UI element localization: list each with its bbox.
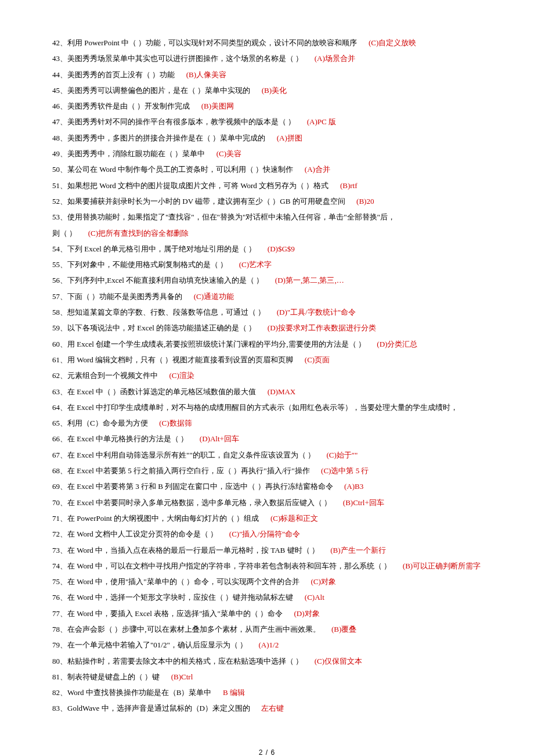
answer-text: (C)页面 [305,355,330,364]
question-line: 57、下面（ ）功能不是美图秀秀具备的 (C)通道功能 [52,289,482,304]
question-text: 70、在 Excel 中若要同时录入多单元格数据，选中多单元格，录入数据后应键入… [52,498,331,507]
answer-text: (C)选中第 5 行 [321,466,369,475]
question-line: 50、某公司在 Word 中制作每个员工的工资条时，可以利用（ ）快速制作 (A… [52,161,482,177]
question-text: 75、在 Word 中，使用"插入"菜单中的（ ）命令，可以实现两个文件的合并 [52,577,300,586]
question-text: 62、元素组合到一个视频文件中 [52,371,158,380]
answer-text: (A)场景合并 [315,54,355,63]
question-line: 56、下列序列中,Excel 不能直接利用自动填充快速输入的是（ ） (D)第一… [52,272,482,288]
answer-text: (C)把所有查找到的容全都删除 [88,229,189,237]
answer-text: (B)人像美容 [186,70,226,79]
answer-text: (C)自定义放映 [369,38,416,47]
question-text: 64、在 Excel 中打印学生成绩单时，对不与格的成绩用醒目的方式表示（如用红… [52,403,458,412]
question-text: 60、用 Excel 创建一个学生成绩表,若要按照班级统计某门课程的平均分,需要… [52,340,366,348]
question-text: 56、下列序列中,Excel 不能直接利用自动填充快速输入的是（ ） [52,276,264,285]
question-line: 47、美图秀秀针对不同的操作平台有很多版本，教学视频中的版本是（ ） (A)PC… [52,114,482,129]
answer-text: (D)第一,第二,第三,… [275,276,344,285]
question-text: 83、GoldWave 中，选择声音是通过鼠标的（D）来定义围的 [52,704,250,712]
answer-text: (B)20 [356,197,374,206]
question-line: 43、美图秀秀场景菜单中其实也可以进行拼图操作，这个场景的名称是（ ） (A)场… [52,51,482,66]
answer-text: (C)数据筛 [159,419,192,427]
question-line: 52、如果要捕获并刻录时长为一小时的 DV 磁带，建议拥有至少（ ）GB 的可用… [52,193,482,209]
answer-text: (C)始于"" [326,451,358,459]
question-line: 48、美图秀秀中，多图片的拼接合并操作是在（ ）菜单中完成的 (A)拼图 [52,130,482,146]
question-line: 61、用 Word 编辑文档时，只有（ ）视图才能直接看到设置的页眉和页脚 (C… [52,352,482,368]
answer-text: (A)B3 [344,482,363,491]
question-line: 则（ ） (C)把所有查找到的容全都删除 [52,225,482,241]
question-line: 79、在一个单元格中若输入了"01/2"，确认后应显示为（ ） (A)1/2 [52,637,482,653]
question-line: 74、在 Word 中，可以在文档中寻找用户指定的字符串，字符串若包含制表符和回… [52,558,482,574]
answer-text: (C)仅保留文本 [315,657,362,665]
answer-text: (D)Alt+回车 [200,434,239,443]
question-line: 82、Word 中查找替换操作功能是在（B）菜单中 B 编辑 [52,685,482,700]
answer-text: (D)$G$9 [268,244,295,253]
answer-text: (B)可以正确判断所需字 [403,561,481,570]
question-text: 78、在会声会影（ ）步骤中,可以在素材上叠加多个素材，从而产生画中画效果。 [52,625,320,633]
answer-text: (C)渲染 [169,371,194,380]
question-text: 67、在 Excel 中利用自动筛选显示所有姓""的职工，自定义条件应该设置为（… [52,451,315,459]
question-text: 79、在一个单元格中若输入了"01/2"，确认后应显示为（ ） [52,640,247,649]
question-line: 73、在 Word 中，当插入点在表格的最后一行最后一单元格时，按 TAB 键时… [52,542,482,558]
answer-text: (D)"工具/字数统计"命令 [277,308,356,316]
question-list: 42、利用 PowerPoint 中（ ）功能，可以实现针对不同类型的观众，设计… [52,35,482,717]
answer-text: (D)分类汇总 [377,340,417,348]
question-text: 46、美图秀秀软件是由（ ）开发制作完成 [52,102,190,110]
question-text: 44、美图秀秀的首页上没有（ ）功能 [52,70,175,79]
question-text: 65、利用（C）命令最为方便 [52,419,148,427]
question-line: 62、元素组合到一个视频文件中 (C)渲染 [52,368,482,383]
question-line: 55、下列对象中，不能使用格式刷复制格式的是（ ） (C)艺术字 [52,257,482,272]
question-line: 44、美图秀秀的首页上没有（ ）功能 (B)人像美容 [52,67,482,82]
question-line: 51、如果想把 Word 文档中的图片提取成图片文件，可将 Word 文档另存为… [52,178,482,193]
answer-text: B 编辑 [223,688,245,697]
question-line: 68、在 Excel 中若要第 5 行之前插入两行空白行，应（ ）再执行"插入/… [52,463,482,478]
page-footer: 2 / 6 [52,746,482,756]
question-text: 49、美图秀秀中，消除红眼功能在（ ）菜单中 [52,149,205,158]
question-text: 47、美图秀秀针对不同的操作平台有很多版本，教学视频中的版本是（ ） [52,117,295,126]
question-line: 54、下列 Excel 的单元格引用中，属于绝对地址引用的是（ ） (D)$G$… [52,241,482,257]
question-line: 64、在 Excel 中打印学生成绩单时，对不与格的成绩用醒目的方式表示（如用红… [52,399,482,415]
question-line: 53、使用替换功能时，如果指定了"查找容"，但在"替换为"对话框中未输入任何容，… [52,209,482,225]
question-text: 68、在 Excel 中若要第 5 行之前插入两行空白行，应（ ）再执行"插入/… [52,466,310,475]
question-text: 则（ ） [52,229,77,237]
question-text: 59、以下各项说法中，对 Excel 的筛选功能描述正确的是（ ） [52,323,256,332]
question-line: 78、在会声会影（ ）步骤中,可以在素材上叠加多个素材，从而产生画中画效果。 (… [52,621,482,637]
answer-text: (C)Alt [305,593,324,602]
question-line: 80、粘贴操作时，若需要去除文本中的相关格式，应在粘贴选项中选择（ ） (C)仅… [52,653,482,669]
question-text: 81、制表符键是键盘上的（ ）键 [52,672,160,681]
answer-text: (C)美容 [217,149,241,158]
answer-text: (A)1/2 [258,640,279,649]
question-line: 42、利用 PowerPoint 中（ ）功能，可以实现针对不同类型的观众，设计… [52,35,482,51]
answer-text: (B)rtf [340,181,358,190]
question-text: 66、在 Excel 中单元格换行的方法是（ ） [52,434,188,443]
question-line: 59、以下各项说法中，对 Excel 的筛选功能描述正确的是（ ） (D)按要求… [52,320,482,336]
question-line: 60、用 Excel 创建一个学生成绩表,若要按照班级统计某门课程的平均分,需要… [52,336,482,352]
question-text: 54、下列 Excel 的单元格引用中，属于绝对地址引用的是（ ） [52,244,256,253]
question-text: 74、在 Word 中，可以在文档中寻找用户指定的字符串，字符串若包含制表符和回… [52,561,391,570]
answer-text: (D)按要求对工作表数据进行分类 [268,323,376,332]
question-line: 77、在 Word 中，要插入 Excel 表格，应选择"插入"菜单中的（ ）命… [52,606,482,621]
question-line: 71、在 PowerPoint 的大纲视图中，大纲由每幻灯片的（ ）组成 (C)… [52,510,482,526]
question-line: 58、想知道某篇文章的字数、行数、段落数等信息，可通过（ ） (D)"工具/字数… [52,304,482,320]
question-line: 67、在 Excel 中利用自动筛选显示所有姓""的职工，自定义条件应该设置为（… [52,447,482,463]
answer-text: 左右键 [261,704,284,712]
answer-text: (B)Ctrl [171,672,193,681]
question-text: 45、美图秀秀可以调整偏色的图片，是在（ ）菜单中实现的 [52,86,250,95]
question-text: 69、在 Excel 中若要将第 3 行和 B 列固定在窗口中，应选中（ ）再执… [52,482,333,491]
question-text: 51、如果想把 Word 文档中的图片提取成图片文件，可将 Word 文档另存为… [52,181,329,190]
answer-text: (C)"插入/分隔符"命令 [229,530,301,538]
answer-text: (C)标题和正文 [270,514,318,523]
question-line: 76、在 Word 中，选择一个矩形文字块时，应按住（ ）键并拖动鼠标左键 (C… [52,589,482,605]
answer-text: (D)MAX [268,387,295,396]
question-line: 49、美图秀秀中，消除红眼功能在（ ）菜单中 (C)美容 [52,146,482,161]
question-text: 50、某公司在 Word 中制作每个员工的工资条时，可以利用（ ）快速制作 [52,165,293,174]
question-text: 57、下面（ ）功能不是美图秀秀具备的 [52,292,182,301]
answer-text: (C)通道功能 [194,292,234,301]
answer-text: (A)PC 版 [307,117,336,126]
question-line: 69、在 Excel 中若要将第 3 行和 B 列固定在窗口中，应选中（ ）再执… [52,478,482,494]
question-line: 72、在 Word 文档中人工设定分页符的命令是（ ） (C)"插入/分隔符"命… [52,526,482,542]
answer-text: (B)美图网 [201,102,234,110]
question-text: 48、美图秀秀中，多图片的拼接合并操作是在（ ）菜单中完成的 [52,134,265,142]
question-text: 72、在 Word 文档中人工设定分页符的命令是（ ） [52,530,218,538]
answer-text: (C)艺术字 [239,260,272,269]
question-text: 58、想知道某篇文章的字数、行数、段落数等信息，可通过（ ） [52,308,265,316]
answer-text: (B)Ctrl+回车 [343,498,384,507]
